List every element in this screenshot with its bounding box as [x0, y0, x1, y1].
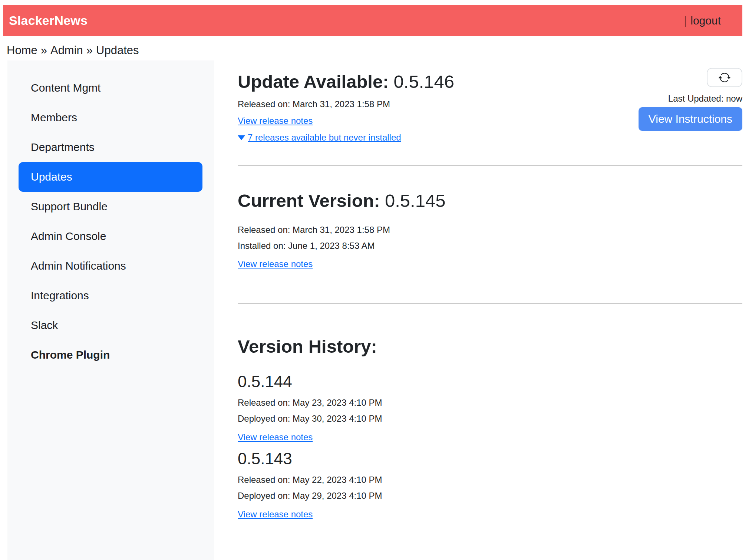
- update-available-section: Update Available:0.5.146 Released on: Ma…: [238, 60, 742, 144]
- divider: [238, 165, 742, 166]
- update-available-info: Update Available:0.5.146 Released on: Ma…: [238, 60, 627, 144]
- divider: [238, 303, 742, 304]
- sidebar-item-admin-console[interactable]: Admin Console: [19, 221, 202, 251]
- update-available-heading: Update Available:0.5.146: [238, 70, 627, 93]
- logout-separator: |: [684, 14, 687, 27]
- sidebar-item-content-mgmt[interactable]: Content Mgmt: [19, 73, 202, 103]
- breadcrumb-admin[interactable]: Admin: [50, 44, 83, 57]
- sidebar-item-support-bundle[interactable]: Support Bundle: [19, 192, 202, 221]
- sidebar-item-members[interactable]: Members: [19, 103, 202, 132]
- update-actions: Last Updated: now View Instructions: [627, 60, 742, 131]
- version-history-entry: 0.5.144 Released on: May 23, 2023 4:10 P…: [238, 372, 742, 444]
- breadcrumb-updates: Updates: [96, 44, 139, 57]
- history-deployed-on: Deployed on: May 29, 2023 4:10 PM: [238, 489, 742, 502]
- sidebar-item-integrations[interactable]: Integrations: [19, 281, 202, 310]
- current-version-section: Current Version:0.5.145 Released on: Mar…: [238, 190, 742, 270]
- current-version-number: 0.5.145: [385, 191, 446, 211]
- sidebar-item-updates[interactable]: Updates: [19, 162, 202, 192]
- refresh-button[interactable]: [707, 68, 742, 87]
- view-instructions-button[interactable]: View Instructions: [639, 107, 742, 131]
- current-version-heading: Current Version:0.5.145: [238, 190, 742, 212]
- sidebar-item-admin-notifications[interactable]: Admin Notifications: [19, 251, 202, 281]
- version-history-section: Version History: 0.5.144 Released on: Ma…: [238, 335, 742, 521]
- history-deployed-on: Deployed on: May 30, 2023 4:10 PM: [238, 412, 742, 425]
- caret-down-icon: [238, 135, 245, 140]
- current-release-notes-link[interactable]: View release notes: [238, 257, 313, 270]
- sidebar-item-slack[interactable]: Slack: [19, 310, 202, 340]
- sidebar-item-chrome-plugin[interactable]: Chrome Plugin: [19, 340, 202, 370]
- history-version-number: 0.5.144: [238, 372, 742, 391]
- history-release-notes-link[interactable]: View release notes: [238, 431, 313, 444]
- version-history-label: Version History:: [238, 336, 377, 356]
- history-released-on: Released on: May 22, 2023 4:10 PM: [238, 473, 742, 486]
- releases-toggle[interactable]: 7 releases available but never installed: [238, 131, 401, 144]
- update-release-notes-link[interactable]: View release notes: [238, 114, 313, 127]
- update-released-on: Released on: March 31, 2023 1:58 PM: [238, 98, 627, 111]
- update-available-label: Update Available:: [238, 72, 389, 92]
- last-updated-text: Last Updated: now: [668, 93, 742, 104]
- app-title[interactable]: SlackerNews: [9, 13, 88, 28]
- breadcrumb-separator: »: [41, 44, 47, 57]
- history-version-number: 0.5.143: [238, 449, 742, 468]
- main-content: Update Available:0.5.146 Released on: Ma…: [238, 60, 742, 521]
- logout-link[interactable]: logout: [690, 14, 721, 27]
- history-released-on: Released on: May 23, 2023 4:10 PM: [238, 396, 742, 409]
- breadcrumb-separator: »: [86, 44, 93, 57]
- breadcrumb-home[interactable]: Home: [7, 44, 37, 57]
- current-version-label: Current Version:: [238, 191, 380, 211]
- top-bar: SlackerNews | logout: [3, 5, 742, 36]
- version-history-entry: 0.5.143 Released on: May 22, 2023 4:10 P…: [238, 449, 742, 521]
- breadcrumb: Home»Admin»Updates: [7, 43, 139, 58]
- update-available-version: 0.5.146: [394, 72, 455, 92]
- logout-area: | logout: [684, 14, 721, 27]
- releases-toggle-link[interactable]: 7 releases available but never installed: [248, 131, 401, 144]
- sidebar-item-departments[interactable]: Departments: [19, 132, 202, 162]
- arrow-repeat-icon: [718, 71, 731, 84]
- admin-sidebar: Content Mgmt Members Departments Updates…: [7, 60, 214, 560]
- history-release-notes-link[interactable]: View release notes: [238, 508, 313, 521]
- current-released-on: Released on: March 31, 2023 1:58 PM: [238, 223, 742, 236]
- current-installed-on: Installed on: June 1, 2023 8:53 AM: [238, 239, 742, 252]
- version-history-heading: Version History:: [238, 335, 742, 358]
